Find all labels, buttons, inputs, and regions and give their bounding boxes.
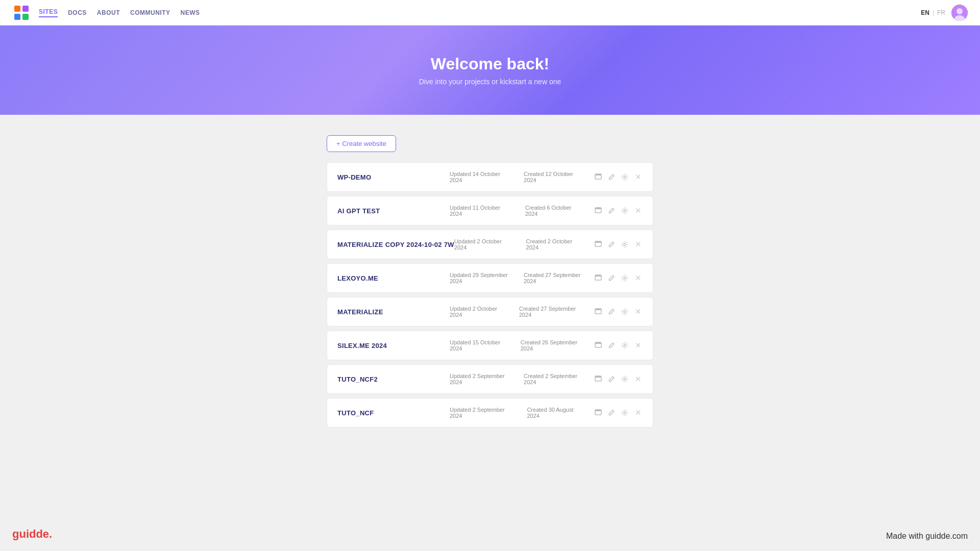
- site-actions: ✕: [594, 408, 643, 417]
- logo[interactable]: [12, 4, 31, 22]
- main-content: + Create website WP-DEMO Updated 14 Octo…: [316, 115, 664, 458]
- delete-icon[interactable]: ✕: [633, 341, 643, 350]
- edit-icon[interactable]: [607, 341, 616, 350]
- nav-link-docs[interactable]: DOCS: [68, 9, 87, 16]
- delete-icon[interactable]: ✕: [633, 408, 643, 417]
- settings-icon[interactable]: [620, 240, 629, 249]
- site-name[interactable]: TUTO_NCF: [337, 409, 450, 417]
- site-meta: Updated 15 October 2024 Created 26 Septe…: [450, 339, 581, 352]
- site-updated: Updated 14 October 2024: [450, 171, 508, 183]
- svg-rect-21: [595, 309, 601, 310]
- lang-fr[interactable]: FR: [937, 9, 945, 16]
- site-updated: Updated 2 October 2024: [454, 238, 511, 251]
- delete-icon[interactable]: ✕: [633, 240, 643, 249]
- edit-icon[interactable]: [607, 273, 616, 283]
- edit-icon[interactable]: [607, 240, 616, 249]
- nav-link-sites[interactable]: SITES: [39, 8, 58, 17]
- navbar: SITESDOCSABOUTCOMMUNITYNEWS EN | FR: [0, 0, 980, 26]
- svg-point-22: [624, 311, 626, 313]
- footer-brand: guidde.: [12, 528, 52, 541]
- preview-icon[interactable]: [594, 206, 603, 215]
- site-meta: Updated 29 September 2024 Created 27 Sep…: [450, 272, 581, 284]
- preview-icon[interactable]: [594, 172, 603, 182]
- delete-icon[interactable]: ✕: [633, 273, 643, 283]
- site-meta: Updated 2 October 2024 Created 2 October…: [454, 238, 581, 251]
- edit-icon[interactable]: [607, 374, 616, 384]
- table-row: TUTO_NCF2 Updated 2 September 2024 Creat…: [327, 364, 653, 394]
- edit-icon[interactable]: [607, 172, 616, 182]
- nav-links: SITESDOCSABOUTCOMMUNITYNEWS: [39, 8, 200, 17]
- preview-icon[interactable]: [594, 408, 603, 417]
- preview-icon[interactable]: [594, 341, 603, 350]
- delete-icon[interactable]: ✕: [633, 172, 643, 182]
- table-row: MATERIALIZE Updated 2 October 2024 Creat…: [327, 297, 653, 327]
- svg-rect-18: [595, 275, 601, 277]
- edit-icon[interactable]: [607, 408, 616, 417]
- settings-icon[interactable]: [620, 341, 629, 350]
- table-row: MATERIALIZE COPY 2024-10-02 7W Updated 2…: [327, 230, 653, 259]
- svg-point-16: [624, 243, 626, 245]
- edit-icon[interactable]: [607, 206, 616, 215]
- svg-rect-2: [22, 6, 29, 12]
- site-updated: Updated 2 September 2024: [450, 407, 511, 419]
- nav-link-about[interactable]: ABOUT: [97, 9, 120, 16]
- settings-icon[interactable]: [620, 206, 629, 215]
- svg-point-31: [624, 412, 626, 414]
- svg-point-10: [624, 176, 626, 178]
- svg-rect-24: [595, 342, 601, 344]
- site-actions: ✕: [594, 172, 643, 182]
- delete-icon[interactable]: ✕: [633, 374, 643, 384]
- site-meta: Updated 11 October 2024 Created 6 Octobe…: [450, 205, 581, 217]
- svg-rect-1: [14, 6, 20, 12]
- lang-en[interactable]: EN: [921, 9, 929, 16]
- preview-icon[interactable]: [594, 307, 603, 316]
- site-name[interactable]: SILEX.ME 2024: [337, 342, 450, 349]
- hero-banner: Welcome back! Dive into your projects or…: [0, 26, 980, 115]
- site-name[interactable]: LEXOYO.ME: [337, 274, 450, 282]
- table-row: TUTO_NCF Updated 2 September 2024 Create…: [327, 398, 653, 428]
- create-website-button[interactable]: + Create website: [327, 135, 396, 152]
- navbar-right: EN | FR: [921, 5, 968, 21]
- site-name[interactable]: MATERIALIZE: [337, 308, 450, 316]
- site-name[interactable]: AI GPT TEST: [337, 207, 450, 215]
- nav-link-community[interactable]: COMMUNITY: [130, 9, 170, 16]
- svg-point-6: [957, 8, 963, 14]
- delete-icon[interactable]: ✕: [633, 307, 643, 316]
- site-updated: Updated 15 October 2024: [450, 339, 505, 352]
- site-actions: ✕: [594, 307, 643, 316]
- svg-rect-4: [22, 14, 29, 20]
- site-actions: ✕: [594, 273, 643, 283]
- settings-icon[interactable]: [620, 307, 629, 316]
- svg-point-25: [624, 344, 626, 346]
- site-actions: ✕: [594, 374, 643, 384]
- site-created: Created 30 August 2024: [527, 407, 581, 419]
- settings-icon[interactable]: [620, 408, 629, 417]
- delete-icon[interactable]: ✕: [633, 206, 643, 215]
- site-created: Created 2 September 2024: [524, 373, 581, 385]
- svg-rect-3: [14, 14, 20, 20]
- preview-icon[interactable]: [594, 273, 603, 283]
- svg-point-13: [624, 210, 626, 212]
- svg-rect-12: [595, 208, 601, 209]
- svg-rect-30: [595, 410, 601, 411]
- footer-made-with: Made with guidde.com: [886, 532, 968, 541]
- svg-rect-27: [595, 376, 601, 378]
- site-name[interactable]: WP-DEMO: [337, 173, 450, 181]
- site-name[interactable]: TUTO_NCF2: [337, 375, 450, 383]
- table-row: AI GPT TEST Updated 11 October 2024 Crea…: [327, 196, 653, 226]
- user-avatar[interactable]: [951, 5, 968, 21]
- site-meta: Updated 14 October 2024 Created 12 Octob…: [450, 171, 581, 183]
- site-name[interactable]: MATERIALIZE COPY 2024-10-02 7W: [337, 241, 454, 248]
- hero-subtitle: Dive into your projects or kickstart a n…: [419, 78, 561, 86]
- site-actions: ✕: [594, 341, 643, 350]
- table-row: WP-DEMO Updated 14 October 2024 Created …: [327, 162, 653, 192]
- settings-icon[interactable]: [620, 374, 629, 384]
- site-created: Created 27 September 2024: [524, 272, 581, 284]
- preview-icon[interactable]: [594, 240, 603, 249]
- edit-icon[interactable]: [607, 307, 616, 316]
- nav-link-news[interactable]: NEWS: [181, 9, 200, 16]
- settings-icon[interactable]: [620, 172, 629, 182]
- preview-icon[interactable]: [594, 374, 603, 384]
- settings-icon[interactable]: [620, 273, 629, 283]
- site-actions: ✕: [594, 240, 643, 249]
